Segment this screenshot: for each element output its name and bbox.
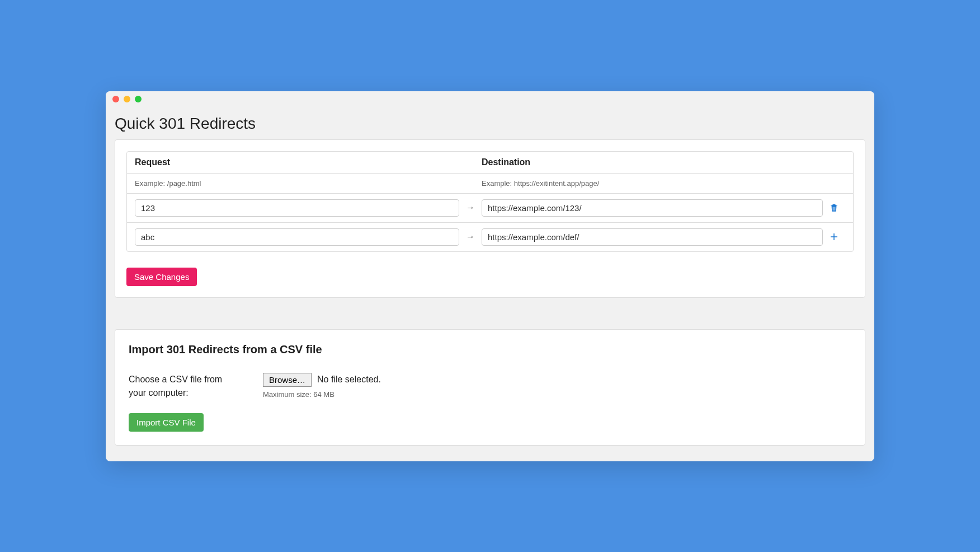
import-title: Import 301 Redirects from a CSV file — [129, 343, 851, 356]
delete-icon[interactable] — [823, 203, 845, 213]
import-card: Import 301 Redirects from a CSV file Cho… — [115, 329, 865, 446]
arrow-icon: → — [459, 203, 482, 213]
destination-input[interactable] — [482, 199, 823, 217]
browse-button[interactable]: Browse… — [263, 373, 312, 387]
content-area: Quick 301 Redirects Request Destination … — [106, 107, 874, 461]
import-button[interactable]: Import CSV File — [129, 413, 204, 432]
table-example-row: Example: /page.html Example: https://exi… — [127, 174, 853, 194]
page-title: Quick 301 Redirects — [115, 113, 865, 139]
app-window: Quick 301 Redirects Request Destination … — [106, 91, 874, 461]
add-icon[interactable] — [823, 232, 845, 242]
header-destination: Destination — [482, 157, 823, 167]
example-destination: Example: https://exitintent.app/page/ — [482, 179, 823, 188]
table-row: → — [127, 223, 853, 251]
close-icon[interactable] — [112, 96, 119, 102]
redirects-card: Request Destination Example: /page.html … — [115, 139, 865, 298]
request-input[interactable] — [135, 228, 459, 246]
request-input[interactable] — [135, 199, 459, 217]
example-request: Example: /page.html — [135, 179, 459, 188]
arrow-icon: → — [459, 232, 482, 242]
table-header-row: Request Destination — [127, 152, 853, 174]
window-titlebar — [106, 91, 874, 107]
maximize-icon[interactable] — [135, 96, 142, 102]
choose-file-label: Choose a CSV file from your computer: — [129, 373, 241, 400]
save-button[interactable]: Save Changes — [126, 268, 197, 286]
header-request: Request — [135, 157, 459, 167]
minimize-icon[interactable] — [124, 96, 130, 102]
table-row: → — [127, 194, 853, 223]
file-status: No file selected. — [317, 375, 381, 385]
redirects-table: Request Destination Example: /page.html … — [126, 151, 854, 252]
destination-input[interactable] — [482, 228, 823, 246]
max-size-hint: Maximum size: 64 MB — [263, 390, 381, 399]
